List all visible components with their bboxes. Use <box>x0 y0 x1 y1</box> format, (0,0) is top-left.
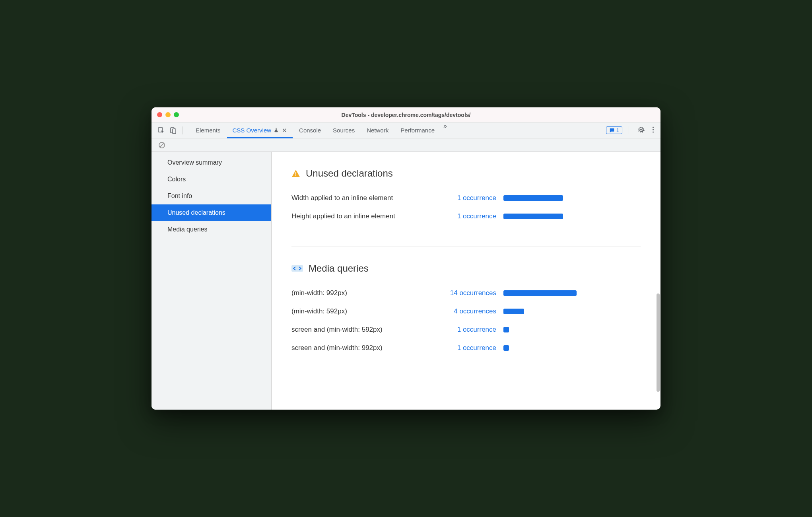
svg-rect-8 <box>295 172 296 175</box>
media-query-label: screen and (min-width: 592px) <box>291 326 435 334</box>
sidebar: Overview summary Colors Font info Unused… <box>152 152 272 410</box>
section-title: Media queries <box>309 263 369 274</box>
section-unused-declarations: Unused declarations Width applied to an … <box>291 168 641 247</box>
device-toggle-icon[interactable] <box>168 126 178 135</box>
toolbar-divider <box>183 126 183 134</box>
declaration-label: Height applied to an inline element <box>291 212 435 220</box>
bar-wrap <box>503 195 583 201</box>
sidebar-item-label: Overview summary <box>167 159 222 166</box>
window-title: DevTools - developer.chrome.com/tags/dev… <box>152 112 660 118</box>
occurrence-link[interactable]: 4 occurrences <box>435 307 496 315</box>
bar-wrap <box>503 309 583 314</box>
section-media-queries: Media queries (min-width: 992px) 14 occu… <box>291 263 641 378</box>
content-area: Overview summary Colors Font info Unused… <box>152 152 660 410</box>
toolbar-divider <box>629 126 629 134</box>
clear-icon[interactable] <box>157 140 167 150</box>
occurrence-bar <box>503 345 509 351</box>
sidebar-item-label: Colors <box>167 176 186 183</box>
occurrence-bar <box>503 290 577 296</box>
sub-toolbar <box>152 138 660 152</box>
tab-css-overview[interactable]: CSS Overview ✕ <box>227 122 293 138</box>
media-query-label: (min-width: 592px) <box>291 307 435 315</box>
media-query-row: screen and (min-width: 592px) 1 occurren… <box>291 326 641 334</box>
media-query-label: (min-width: 992px) <box>291 289 435 297</box>
section-title: Unused declarations <box>306 168 393 179</box>
sidebar-item-font-info[interactable]: Font info <box>152 188 271 204</box>
maximize-window-button[interactable] <box>174 112 179 117</box>
declaration-label: Width applied to an inline element <box>291 194 435 202</box>
more-options-icon[interactable] <box>651 126 656 135</box>
experimental-icon <box>274 127 279 134</box>
tab-label: Sources <box>333 127 355 134</box>
declaration-row: Height applied to an inline element 1 oc… <box>291 212 641 220</box>
occurrence-bar <box>503 327 509 332</box>
bar-wrap <box>503 327 583 332</box>
occurrence-link[interactable]: 1 occurrence <box>435 212 496 220</box>
tab-label: Console <box>299 127 321 134</box>
warning-icon <box>291 169 300 178</box>
sidebar-item-overview-summary[interactable]: Overview summary <box>152 154 271 171</box>
sidebar-item-unused-declarations[interactable]: Unused declarations <box>152 204 271 221</box>
occurrence-link[interactable]: 1 occurrence <box>435 326 496 334</box>
svg-point-3 <box>653 126 654 128</box>
sidebar-item-media-queries[interactable]: Media queries <box>152 221 271 238</box>
main-toolbar: Elements CSS Overview ✕ Console Sources … <box>152 122 660 138</box>
bar-wrap <box>503 214 583 219</box>
toolbar-right: 1 <box>606 126 656 135</box>
tab-sources[interactable]: Sources <box>327 122 360 138</box>
svg-rect-9 <box>295 175 296 176</box>
messages-badge[interactable]: 1 <box>606 126 622 134</box>
svg-rect-2 <box>173 129 176 134</box>
panel-tabs: Elements CSS Overview ✕ Console Sources … <box>190 122 604 138</box>
tab-label: Performance <box>400 127 435 134</box>
occurrence-bar <box>503 309 524 314</box>
svg-point-4 <box>653 129 654 130</box>
tab-label: Network <box>367 127 389 134</box>
sidebar-item-label: Font info <box>167 192 192 199</box>
media-query-row: (min-width: 992px) 14 occurrences <box>291 289 641 297</box>
sidebar-item-label: Unused declarations <box>167 209 225 216</box>
media-query-icon <box>291 265 303 272</box>
tab-network[interactable]: Network <box>361 122 394 138</box>
devtools-window: DevTools - developer.chrome.com/tags/dev… <box>152 107 660 410</box>
media-query-row: screen and (min-width: 992px) 1 occurren… <box>291 344 641 352</box>
titlebar: DevTools - developer.chrome.com/tags/dev… <box>152 107 660 122</box>
scrollbar[interactable] <box>656 152 660 410</box>
messages-count: 1 <box>616 127 619 133</box>
tab-performance[interactable]: Performance <box>395 122 440 138</box>
traffic-lights <box>157 112 179 117</box>
scrollbar-thumb[interactable] <box>657 293 660 391</box>
occurrence-link[interactable]: 14 occurrences <box>435 289 496 297</box>
sidebar-item-label: Media queries <box>167 226 208 233</box>
media-query-label: screen and (min-width: 992px) <box>291 344 435 352</box>
svg-line-7 <box>160 143 164 147</box>
message-icon <box>609 128 615 133</box>
tab-elements[interactable]: Elements <box>190 122 226 138</box>
media-query-row: (min-width: 592px) 4 occurrences <box>291 307 641 315</box>
section-header: Unused declarations <box>291 168 641 179</box>
svg-point-5 <box>653 131 654 132</box>
declaration-row: Width applied to an inline element 1 occ… <box>291 194 641 202</box>
bar-wrap <box>503 345 583 351</box>
minimize-window-button[interactable] <box>165 112 171 117</box>
occurrence-bar <box>503 214 563 219</box>
settings-icon[interactable] <box>635 126 647 135</box>
tab-console[interactable]: Console <box>293 122 326 138</box>
tab-label: CSS Overview <box>233 127 272 134</box>
occurrence-link[interactable]: 1 occurrence <box>435 344 496 352</box>
occurrence-link[interactable]: 1 occurrence <box>435 194 496 202</box>
occurrence-bar <box>503 195 563 201</box>
tab-label: Elements <box>196 127 221 134</box>
close-window-button[interactable] <box>157 112 162 117</box>
bar-wrap <box>503 290 583 296</box>
inspect-element-icon[interactable] <box>156 126 166 135</box>
sidebar-item-colors[interactable]: Colors <box>152 171 271 188</box>
close-tab-icon[interactable]: ✕ <box>282 127 287 134</box>
main-panel: Unused declarations Width applied to an … <box>272 152 660 410</box>
section-header: Media queries <box>291 263 641 274</box>
more-tabs-icon[interactable]: » <box>441 122 449 138</box>
